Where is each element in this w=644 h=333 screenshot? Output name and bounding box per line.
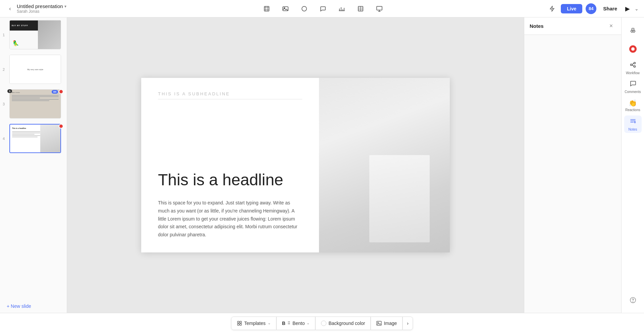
chart-tool-button[interactable]	[336, 3, 347, 14]
slide-4-red-dot	[59, 124, 63, 129]
svg-rect-5	[377, 6, 382, 10]
svg-point-12	[633, 302, 633, 302]
topbar-center	[102, 3, 544, 14]
slide-number-4: 4	[3, 137, 5, 141]
live-button[interactable]: Live	[561, 4, 582, 13]
main-layout: 1 BUY MY STUFF 🦜 2 My very own style	[0, 17, 644, 313]
title-chevron-icon: ▾	[64, 4, 66, 9]
shape-tool-button[interactable]	[299, 3, 310, 14]
reactions-button[interactable]: 👏 Reactions	[624, 97, 642, 114]
templates-chevron-icon: ⌄	[268, 321, 271, 325]
background-color-label: Background color	[328, 321, 365, 326]
workflow-icon	[629, 61, 637, 70]
subtitle: Sarah Jonas	[17, 9, 66, 14]
templates-button[interactable]: Templates ⌄	[231, 317, 276, 330]
canvas-area: THIS IS A SUBHEADLINE This is a headline…	[67, 17, 524, 313]
image-button[interactable]: Image	[371, 317, 402, 330]
bottom-toolbar: Templates ⌄ B ⠿ Bento ⌄ Background color…	[0, 313, 644, 333]
comment-tool-button[interactable]	[318, 3, 328, 14]
topbar-right: Live 84 Share ▶ ⌄	[547, 3, 639, 14]
workflow-button[interactable]: Workflow	[624, 59, 642, 77]
slide-thumb-4[interactable]: 4 This is a headline	[0, 121, 67, 156]
notes-sidebar-label: Notes	[628, 128, 637, 131]
slide-1-preview: BUY MY STUFF 🦜	[10, 20, 61, 49]
user-avatar-button[interactable]: 84	[586, 3, 596, 14]
background-color-button[interactable]: Background color	[315, 317, 371, 330]
notes-panel: Notes ×	[524, 17, 621, 313]
slide-number-2: 2	[3, 67, 5, 72]
svg-rect-13	[237, 321, 239, 323]
bento-label: Bento	[292, 321, 305, 326]
table-tool-button[interactable]	[355, 3, 366, 14]
new-slide-button[interactable]: + New slide	[0, 299, 67, 313]
workflow-label: Workflow	[626, 71, 640, 75]
slide-2-preview: My very own style	[10, 55, 61, 84]
slide-number-3: 3	[3, 102, 5, 106]
slide-thumb-1[interactable]: 1 BUY MY STUFF 🦜	[0, 17, 67, 52]
slide-panel: 1 BUY MY STUFF 🦜 2 My very own style	[0, 17, 67, 313]
more-options-button[interactable]: ⌄	[635, 6, 639, 11]
slide-1-thumbnail: BUY MY STUFF 🦜	[9, 20, 61, 49]
slide-thumb-3[interactable]: 3 Make it better 1 84	[0, 87, 67, 121]
background-color-swatch	[321, 321, 326, 326]
notes-content-area[interactable]	[524, 35, 621, 313]
templates-icon	[237, 321, 242, 326]
presentation-title: Untitled presentation	[17, 3, 63, 9]
comments-button[interactable]: Comments	[624, 78, 642, 95]
slide-4-thumbnail: This is a headline	[9, 124, 61, 153]
notes-close-button[interactable]: ×	[606, 21, 616, 31]
slide-body[interactable]: This is space for you to expand. Just st…	[158, 199, 302, 239]
bento-chevron-icon: ⌄	[307, 321, 310, 325]
slide-thumb-2[interactable]: 2 My very own style	[0, 52, 67, 87]
image-tool-button[interactable]	[280, 3, 291, 14]
frame-tool-button[interactable]	[261, 3, 272, 14]
slide-image-inner	[369, 155, 430, 242]
image-label: Image	[384, 321, 397, 326]
slide-number-1: 1	[3, 33, 5, 37]
title-row: Untitled presentation ▾	[17, 3, 66, 9]
reactions-icon: 👏	[629, 99, 637, 107]
notes-button[interactable]: Notes	[624, 115, 642, 133]
svg-rect-0	[264, 6, 269, 11]
slide-image-area	[319, 78, 450, 252]
comments-icon	[629, 80, 637, 89]
notes-icon	[629, 117, 637, 127]
slide-2-text: My very own style	[27, 68, 43, 70]
slide-subheadline: THIS IS A SUBHEADLINE	[158, 91, 302, 99]
svg-rect-16	[240, 324, 241, 325]
notes-header: Notes ×	[524, 17, 621, 35]
slide-content-left: THIS IS A SUBHEADLINE This is a headline…	[141, 78, 319, 252]
recording-button[interactable]	[624, 40, 642, 58]
right-sidebar: Workflow Comments 👏 Reactions	[621, 17, 644, 313]
svg-point-6	[631, 30, 633, 32]
svg-point-18	[378, 322, 378, 323]
bento-button[interactable]: B ⠿ Bento ⌄	[276, 317, 316, 330]
slide-3-badge-num: 1	[7, 89, 12, 93]
svg-rect-15	[237, 324, 239, 325]
play-button[interactable]: ▶	[624, 4, 631, 14]
comments-label: Comments	[625, 90, 641, 94]
slide-headline[interactable]: This is a headline	[158, 170, 302, 190]
topbar-left: ‹ Untitled presentation ▾ Sarah Jonas	[5, 3, 99, 14]
templates-label: Templates	[244, 321, 266, 326]
svg-point-10	[634, 65, 635, 67]
help-button[interactable]	[624, 291, 642, 309]
svg-point-9	[634, 62, 635, 64]
design-panel-button[interactable]	[624, 21, 642, 39]
slide-4-preview: This is a headline	[10, 125, 60, 152]
more-chevron-icon: ›	[407, 321, 409, 326]
presentation-tool-button[interactable]	[374, 3, 385, 14]
share-button[interactable]: Share	[600, 4, 621, 13]
more-toolbar-button[interactable]: ›	[402, 317, 413, 330]
back-button[interactable]: ‹	[5, 4, 15, 13]
lightning-button[interactable]	[547, 3, 557, 14]
slide-3-red-dot	[59, 89, 63, 94]
image-icon	[376, 321, 382, 326]
bento-grid-icon: ⠿	[287, 321, 290, 326]
svg-point-7	[633, 30, 635, 32]
svg-point-8	[630, 64, 632, 65]
title-area: Untitled presentation ▾ Sarah Jonas	[17, 3, 66, 14]
topbar: ‹ Untitled presentation ▾ Sarah Jonas	[0, 0, 644, 17]
notes-title: Notes	[530, 23, 544, 29]
svg-point-3	[302, 6, 307, 11]
